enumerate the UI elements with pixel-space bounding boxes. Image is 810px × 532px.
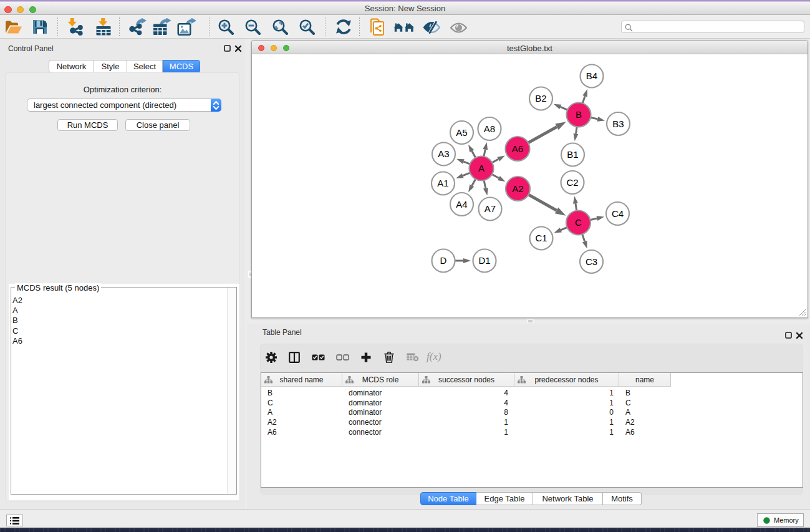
svg-text:C3: C3 <box>586 256 597 267</box>
svg-text:C1: C1 <box>535 233 547 243</box>
svg-text:C4: C4 <box>612 208 624 219</box>
svg-text:A3: A3 <box>438 148 449 159</box>
svg-text:B3: B3 <box>612 118 624 129</box>
svg-text:A4: A4 <box>456 199 467 210</box>
svg-text:A7: A7 <box>485 203 496 214</box>
svg-text:A5: A5 <box>456 127 467 138</box>
svg-text:A6: A6 <box>512 143 523 154</box>
svg-text:D: D <box>440 255 447 266</box>
svg-text:C: C <box>575 217 582 228</box>
svg-text:A8: A8 <box>484 123 495 134</box>
svg-text:D1: D1 <box>478 255 490 266</box>
svg-text:A2: A2 <box>512 183 523 194</box>
svg-text:C2: C2 <box>566 177 578 188</box>
svg-text:A: A <box>478 163 485 173</box>
svg-text:B1: B1 <box>567 149 578 160</box>
svg-text:A1: A1 <box>437 178 448 188</box>
svg-text:B4: B4 <box>586 70 597 81</box>
svg-text:B2: B2 <box>535 93 546 104</box>
svg-text:B: B <box>576 109 582 120</box>
